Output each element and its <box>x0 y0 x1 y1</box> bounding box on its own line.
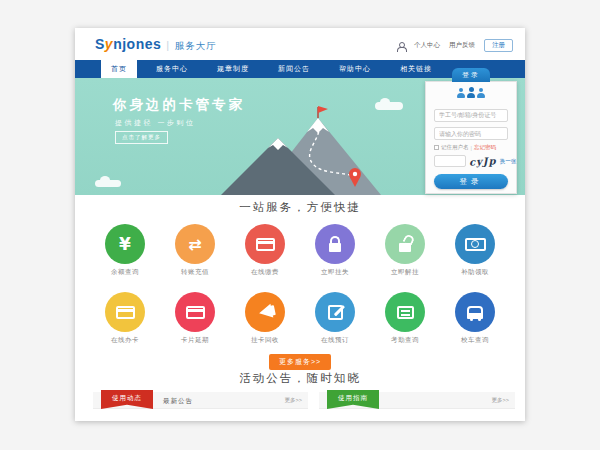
nav-item[interactable]: 首页 <box>101 60 137 78</box>
service-circle <box>385 224 425 264</box>
brand-logo[interactable]: Synjones|服务大厅 <box>95 36 217 53</box>
service-label: 在线缴费 <box>230 268 300 277</box>
service-item[interactable]: 补助领取 <box>440 224 510 277</box>
brand-suffix: 服务大厅 <box>175 40 217 51</box>
service-item[interactable]: 挂卡回收 <box>230 292 300 345</box>
captcha-image: cyJp <box>469 155 497 167</box>
more-services-button[interactable]: 更多服务>> <box>269 354 331 370</box>
service-circle <box>315 224 355 264</box>
usage-news-panel: 使用动态 最新公告 更多>> <box>93 392 308 409</box>
card-icon <box>256 238 275 251</box>
register-button[interactable]: 注册 <box>484 39 513 52</box>
captcha-refresh-link[interactable]: 换一张 <box>500 158 517 165</box>
edit-icon <box>328 305 343 320</box>
brand-pre: S <box>95 36 105 52</box>
card-icon <box>186 306 205 319</box>
person-icon <box>457 88 465 99</box>
more-link[interactable]: 更多>> <box>492 392 509 409</box>
tab-usage-news[interactable]: 使用动态 <box>101 390 153 409</box>
cloud-icon <box>95 180 121 187</box>
users-group-icon <box>434 88 508 100</box>
service-label: 挂卡回收 <box>230 336 300 345</box>
person-icon <box>477 88 485 99</box>
card-icon <box>116 306 135 319</box>
megaphone-icon <box>257 304 273 320</box>
nav-item[interactable]: 相关链接 <box>390 60 442 78</box>
username-input[interactable] <box>434 109 508 122</box>
options-separator: | <box>471 145 472 151</box>
tab-user-guide[interactable]: 使用指南 <box>327 390 379 409</box>
service-item[interactable]: 立即挂失 <box>300 224 370 277</box>
login-tab[interactable]: 登录 <box>452 68 490 82</box>
captcha-input[interactable] <box>434 155 466 167</box>
service-circle <box>245 292 285 332</box>
lock-icon <box>329 243 341 252</box>
nav-item[interactable]: 规章制度 <box>207 60 259 78</box>
service-circle <box>105 224 145 264</box>
service-circle <box>385 292 425 332</box>
page: Synjones|服务大厅 个人中心 用户反馈 注册 首页服务中心规章制度新闻公… <box>75 28 525 421</box>
service-circle <box>105 292 145 332</box>
service-circle <box>175 224 215 264</box>
login-button[interactable]: 登录 <box>434 174 508 189</box>
nav-item[interactable]: 帮助中心 <box>329 60 381 78</box>
captcha-row: cyJp 换一张 <box>434 155 508 167</box>
cash-icon <box>465 238 486 251</box>
service-circle <box>455 292 495 332</box>
service-label: 在线预订 <box>300 336 370 345</box>
hero-cta-button[interactable]: 点击了解更多 <box>115 131 168 144</box>
login-options: 记住用户名 | 忘记密码 <box>434 144 508 151</box>
forgot-password-link[interactable]: 忘记密码 <box>474 144 496 151</box>
service-label: 补助领取 <box>440 268 510 277</box>
unlock-icon <box>399 243 411 252</box>
service-label: 余额查询 <box>90 268 160 277</box>
services-grid: 余额查询转账充值在线缴费立即挂失立即解挂补助领取在线办卡卡片延期挂卡回收在线预订… <box>75 224 525 345</box>
password-input[interactable] <box>434 127 508 140</box>
user-icon <box>397 42 405 50</box>
service-item[interactable]: 校车查询 <box>440 292 510 345</box>
service-circle <box>455 224 495 264</box>
latest-announcements-tab[interactable]: 最新公告 <box>163 392 193 409</box>
personal-center-link[interactable]: 个人中心 <box>414 41 440 50</box>
list-icon <box>397 306 414 319</box>
person-icon <box>467 88 475 99</box>
service-label: 校车查询 <box>440 336 510 345</box>
service-item[interactable]: 在线缴费 <box>230 224 300 277</box>
hero-subtitle: 提供捷径 一步到位 <box>115 118 195 128</box>
nav-item[interactable]: 新闻公告 <box>268 60 320 78</box>
remember-checkbox[interactable] <box>434 145 439 150</box>
header: Synjones|服务大厅 个人中心 用户反馈 注册 <box>75 28 525 60</box>
service-label: 在线办卡 <box>90 336 160 345</box>
login-panel: 记住用户名 | 忘记密码 cyJp 换一张 登录 <box>425 81 517 194</box>
brand-separator: | <box>166 39 169 51</box>
service-item[interactable]: 立即解挂 <box>370 224 440 277</box>
announcements-heading: 活动公告，随时知晓 <box>75 371 525 386</box>
services-section: 一站服务，方便快捷 余额查询转账充值在线缴费立即挂失立即解挂补助领取在线办卡卡片… <box>75 195 525 370</box>
service-item[interactable]: 在线办卡 <box>90 292 160 345</box>
brand-rest: njones <box>113 36 161 52</box>
brand-accent: y <box>105 36 113 52</box>
service-item[interactable]: 余额查询 <box>90 224 160 277</box>
feedback-link[interactable]: 用户反馈 <box>449 41 475 50</box>
service-label: 转账充值 <box>160 268 230 277</box>
service-label: 卡片延期 <box>160 336 230 345</box>
remember-label: 记住用户名 <box>441 144 469 151</box>
service-item[interactable]: 在线预订 <box>300 292 370 345</box>
user-guide-panel: 使用指南 更多>> <box>319 392 515 409</box>
service-item[interactable]: 考勤查询 <box>370 292 440 345</box>
bus-icon <box>467 306 483 319</box>
services-heading: 一站服务，方便快捷 <box>75 200 525 215</box>
mountain-illustration <box>203 104 418 195</box>
service-circle <box>315 292 355 332</box>
topbar: 个人中心 用户反馈 注册 <box>397 39 513 52</box>
transfer-icon <box>188 235 201 254</box>
nav-item[interactable]: 服务中心 <box>146 60 198 78</box>
service-item[interactable]: 转账充值 <box>160 224 230 277</box>
service-label: 考勤查询 <box>370 336 440 345</box>
service-circle <box>245 224 285 264</box>
service-circle <box>175 292 215 332</box>
yen-icon <box>119 234 131 254</box>
service-label: 立即解挂 <box>370 268 440 277</box>
service-item[interactable]: 卡片延期 <box>160 292 230 345</box>
more-link[interactable]: 更多>> <box>285 392 302 409</box>
